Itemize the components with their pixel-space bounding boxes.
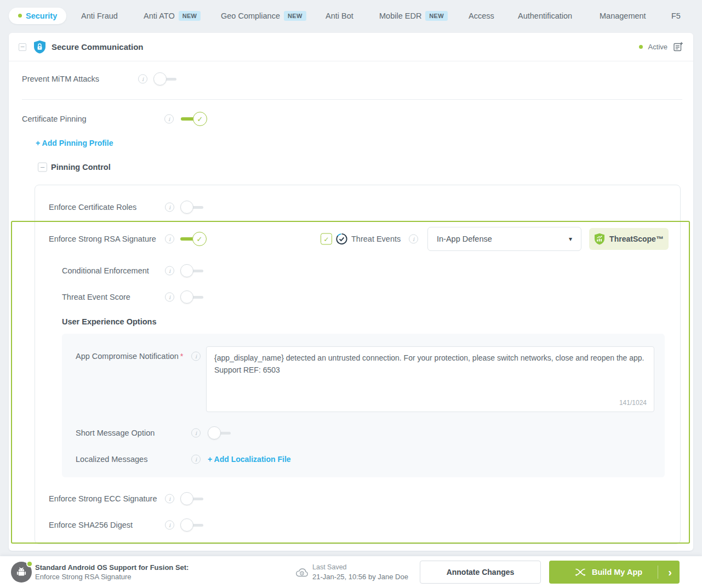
dropdown-value: In-App Defense [437,235,492,243]
nav-tab-anti-fraud[interactable]: Anti Fraud [81,12,118,20]
info-icon[interactable]: i [138,75,147,84]
row-enforce-certificate-roles: Enforce Certificate Roles i [35,198,680,216]
nav-tab-f5[interactable]: F5 [671,12,681,20]
row-prevent-mitm: Prevent MiTM Attacks i [9,70,693,88]
new-badge: NEW [284,11,306,21]
threatscope-button[interactable]: ThreatScope™ [589,228,669,250]
info-icon[interactable]: i [165,203,174,212]
info-icon[interactable]: i [165,293,174,302]
build-fusion-icon [574,568,586,576]
info-icon[interactable]: i [165,266,174,276]
app-compromise-textarea-wrap: {app_display_name} detected an untrusted… [206,346,654,412]
info-icon[interactable]: i [191,352,201,361]
row-label: Threat Event Score [62,293,130,301]
info-icon[interactable]: i [409,235,418,244]
secure-communication-shield-icon [33,40,46,54]
in-app-defense-dropdown[interactable]: In-App Defense ▾ [427,227,581,251]
nav-tab-management[interactable]: Management [600,12,646,20]
char-counter: 141/1024 [619,399,647,407]
required-asterisk: * [180,352,184,361]
row-pinning-control: – Pinning Control [9,160,693,174]
nav-tab-label: Authentification [518,12,572,20]
nav-tab-anti-bot[interactable]: Anti Bot [326,12,353,20]
short-message-option-toggle[interactable] [208,426,232,439]
nav-tab-anti-ato[interactable]: Anti ATO NEW [144,11,201,21]
user-experience-options-label: User Experience Options [62,317,156,326]
android-active-dot-icon [26,561,33,567]
user-experience-panel: App Compromise Notification* i {app_disp… [62,334,665,477]
enforce-certificate-roles-toggle[interactable] [180,201,204,214]
row-label: Enforce Certificate Roles [49,203,136,212]
divider [22,99,682,100]
info-icon[interactable]: i [191,429,201,438]
secure-communication-card: – Secure Communication Active Prevent Mi… [9,33,693,551]
row-label: Short Message Option [76,429,155,437]
row-label: Enforce Strong RSA Signature [49,235,156,243]
chevron-down-icon: ▾ [569,235,572,243]
last-saved-value: 21-Jan-25, 10:56 by Jane Doe [312,572,408,581]
row-label: Certificate Pinning [22,115,87,123]
button-divider [658,566,658,579]
fusion-set-title: Standard Android OS Support for Fusion S… [35,563,189,572]
nav-tab-geo-compliance[interactable]: Geo Compliance NEW [221,11,306,21]
autosave-cloud-icon [295,567,309,578]
row-enforce-sha256: Enforce SHA256 Digest i [35,516,680,534]
app-compromise-notification-textarea[interactable]: {app_display_name} detected an untrusted… [206,346,654,412]
annotate-note-plus-icon[interactable] [673,42,683,52]
active-dot-icon [18,14,22,18]
status-dot-icon [639,45,643,49]
nav-tab-security[interactable]: Security [9,8,66,24]
info-icon[interactable]: i [191,455,201,464]
row-user-experience-options: User Experience Options [35,315,680,329]
annotate-changes-button[interactable]: Annotate Changes [420,561,541,584]
threatscope-label: ThreatScope™ [609,235,664,243]
nav-tab-label: Geo Compliance [221,12,280,20]
row-conditional-enforcement: Conditional Enforcement i [35,262,680,279]
certificate-pinning-toggle[interactable]: ✓ [181,112,207,126]
row-label: Enforce SHA256 Digest [49,521,133,529]
build-button-label: Build My App [592,568,642,576]
collapse-section-icon[interactable]: – [19,43,26,51]
new-badge: NEW [179,11,201,21]
row-short-message-option: Short Message Option i [62,424,665,442]
android-platform-icon [11,562,32,583]
nav-tab-authentification[interactable]: Authentification [518,12,572,20]
row-label: Enforce Strong ECC Signature [49,494,157,503]
card-header: – Secure Communication Active [9,33,693,61]
prevent-mitm-toggle[interactable] [153,72,178,85]
row-certificate-pinning: Certificate Pinning i ✓ [9,110,693,128]
row-enforce-rsa: Enforce Strong RSA Signature i ✓ ✓ Threa… [35,227,680,251]
enforce-rsa-toggle[interactable]: ✓ [180,232,207,246]
pinning-control-panel: Enforce Certificate Roles i Enforce Stro… [35,185,681,544]
row-label: Prevent MiTM Attacks [22,75,99,83]
threat-events-checkbox[interactable]: ✓ [321,233,332,245]
row-localized-messages: Localized Messages i + Add Localization … [62,450,665,468]
nav-tab-access[interactable]: Access [469,12,494,20]
threat-event-score-toggle[interactable] [180,290,204,304]
conditional-enforcement-toggle[interactable] [180,264,204,277]
row-label: Localized Messages [76,455,147,464]
section-title: Secure Communication [52,42,144,52]
collapse-pinning-control-icon[interactable]: – [38,163,47,172]
nav-tab-label: F5 [671,12,681,20]
nav-tab-label: Security [26,12,57,20]
info-icon[interactable]: i [165,521,174,530]
info-icon[interactable]: i [164,115,174,124]
row-label: App Compromise Notification* [76,352,183,361]
build-my-app-button[interactable]: Build My App › [549,561,680,584]
add-localization-file-link[interactable]: + Add Localization File [208,455,291,464]
pinning-control-label: Pinning Control [51,163,111,172]
enforce-ecc-toggle[interactable] [180,492,204,505]
enforce-sha256-toggle[interactable] [180,518,204,532]
nav-tab-label: Management [600,12,646,20]
fusion-set-subtitle: Enforce Strong RSA Signature [35,572,189,581]
add-pinning-profile-link[interactable]: + Add Pinning Profile [36,139,113,147]
nav-tab-mobile-edr[interactable]: Mobile EDR NEW [379,11,448,21]
row-enforce-ecc: Enforce Strong ECC Signature i [35,490,680,507]
nav-tab-label: Anti ATO [144,12,175,20]
info-icon[interactable]: i [165,235,174,244]
last-saved-label: Last Saved [312,563,408,572]
top-nav: Security Anti Fraud Anti ATO NEW Geo Com… [0,0,702,31]
info-icon[interactable]: i [165,494,174,504]
build-footer: Standard Android OS Support for Fusion S… [0,556,702,588]
